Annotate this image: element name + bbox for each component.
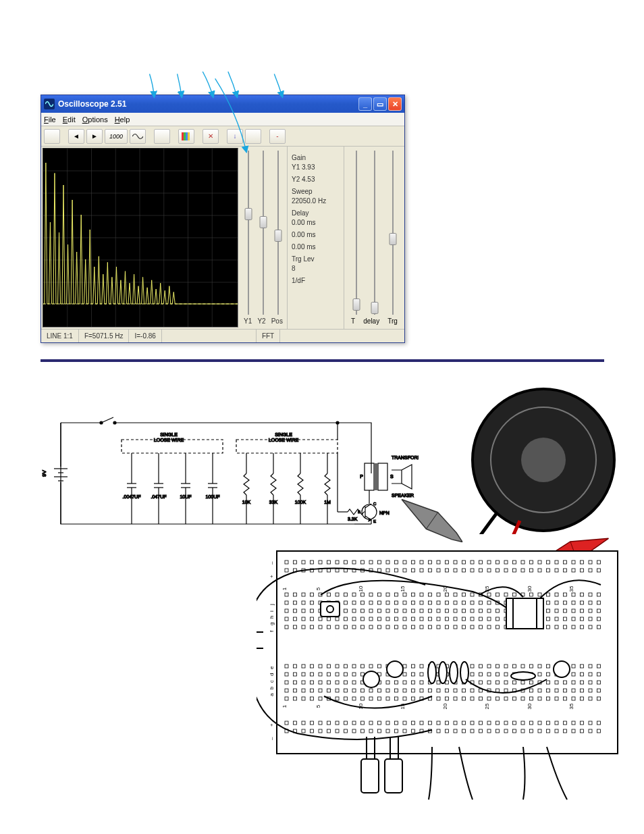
svg-text:15: 15 (400, 585, 406, 592)
svg-point-666 (387, 661, 403, 677)
svg-text:20: 20 (442, 703, 448, 709)
readings-panel: Gain Y1 3.93 Y2 4.53 Sweep 22050.0 Hz De… (287, 147, 344, 329)
svg-text:d: d (269, 673, 275, 676)
slider-trg[interactable] (387, 151, 399, 315)
maximize-button[interactable]: ▭ (373, 97, 387, 111)
status-mode: FFT (257, 330, 280, 342)
svg-text:25: 25 (484, 703, 490, 709)
slider-label-delay: delay (363, 317, 379, 325)
svg-text:100UF: 100UF (205, 494, 219, 499)
svg-text:.047UF: .047UF (151, 494, 167, 499)
circuit-illustration: 9V SINGLE LOOSE WIRE SINGLE LOOSE WIRE .… (41, 375, 604, 828)
svg-text:1: 1 (281, 704, 288, 708)
gain-sliders: Y1 Y2 Pos (240, 147, 287, 329)
trg-label: Trg Lev (292, 255, 340, 264)
minimize-button[interactable]: _ (358, 97, 372, 111)
delay-label: Delay (292, 209, 340, 218)
menu-file[interactable]: File (44, 115, 56, 124)
close-button[interactable]: ✕ (388, 97, 402, 111)
svg-text:3.3K: 3.3K (348, 517, 358, 521)
titlebar: Oscilloscope 2.51 _ ▭ ✕ (41, 95, 404, 113)
svg-point-22 (113, 421, 116, 424)
slider-delay[interactable] (369, 151, 381, 315)
svg-text:30: 30 (527, 585, 533, 592)
svg-text:S: S (390, 474, 394, 479)
svg-rect-663 (321, 602, 340, 617)
slider-label-pos: Pos (271, 317, 283, 325)
section-divider (41, 359, 604, 362)
svg-rect-2 (186, 132, 188, 140)
svg-rect-1 (184, 132, 186, 140)
svg-rect-667 (361, 759, 379, 793)
tb-btn-blank-b[interactable] (245, 129, 261, 144)
tb-cross-icon[interactable]: ✕ (203, 129, 219, 144)
tb-btn-arrow-right[interactable]: ► (86, 129, 103, 144)
menu-options[interactable]: Options (82, 115, 108, 124)
svg-text:1: 1 (281, 587, 288, 590)
svg-point-20 (521, 438, 566, 482)
status-i: I=-0.86 (129, 330, 161, 342)
trg-value: 8 (292, 264, 340, 273)
sweep-label: Sweep (292, 187, 340, 197)
slider-pos[interactable] (272, 151, 284, 315)
tb-btn-1[interactable] (44, 129, 60, 144)
svg-text:SINGLE: SINGLE (160, 432, 178, 437)
speaker-icon (469, 386, 618, 534)
status-freq: F=5071.5 Hz (79, 330, 130, 342)
menu-edit[interactable]: Edit (63, 115, 76, 124)
tb-btn-dash[interactable]: - (269, 129, 286, 144)
svg-text:10: 10 (358, 703, 364, 709)
tb-btn-blank-a[interactable] (154, 129, 170, 144)
breadboard-illustration: – + j i h g f e d c b a + – 115510101515… (257, 544, 624, 801)
slider-y1[interactable] (242, 151, 254, 315)
svg-text:5: 5 (315, 587, 321, 590)
svg-rect-0 (182, 132, 184, 140)
gain-label: Gain (292, 153, 340, 163)
menu-help[interactable]: Help (115, 115, 130, 124)
svg-text:h: h (269, 616, 275, 619)
scope-display[interactable] (43, 148, 238, 328)
menubar: File Edit Options Help (41, 113, 404, 126)
delay-2: 0.00 ms (292, 230, 340, 240)
tb-sine-icon[interactable] (130, 129, 146, 144)
svg-text:+: + (269, 575, 275, 578)
tb-palette-icon[interactable] (178, 129, 194, 144)
svg-text:i: i (269, 610, 275, 612)
time-sliders: T delay Trg (344, 147, 404, 329)
svg-text:10K: 10K (242, 500, 251, 504)
svg-text:+: + (269, 723, 275, 727)
sweep-value: 22050.0 Hz (292, 197, 340, 206)
svg-text:10UF: 10UF (180, 494, 191, 499)
svg-text:j: j (269, 604, 275, 606)
svg-text:e: e (269, 666, 275, 669)
slider-y2[interactable] (257, 151, 269, 315)
svg-rect-678 (506, 598, 543, 629)
svg-text:a: a (269, 693, 275, 696)
svg-text:SPEAKER: SPEAKER (392, 493, 414, 498)
svg-text:1M: 1M (324, 500, 331, 504)
svg-text:SINGLE: SINGLE (275, 432, 292, 437)
svg-text:b: b (269, 686, 275, 689)
svg-rect-668 (385, 759, 402, 793)
slider-t[interactable] (350, 151, 363, 315)
slider-label-t: T (351, 317, 355, 325)
svg-text:30: 30 (527, 703, 533, 709)
svg-rect-71 (365, 463, 374, 490)
svg-text:.0047UF: .0047UF (123, 494, 141, 499)
delay-1: 0.00 ms (292, 218, 340, 228)
tb-btn-arrow-left[interactable]: ◄ (68, 129, 84, 144)
delay-3: 0.00 ms (292, 242, 340, 252)
slider-label-y2: Y2 (257, 317, 265, 325)
svg-text:35: 35 (568, 703, 574, 709)
svg-text:–: – (269, 561, 275, 565)
svg-text:9V: 9V (41, 470, 47, 477)
tb-btn-1000[interactable]: 1000 (105, 129, 128, 144)
status-line: LINE 1:1 (41, 330, 79, 342)
tb-down-icon[interactable]: ↓ (227, 129, 243, 144)
svg-text:P: P (360, 474, 363, 479)
inv-df: 1/dF (292, 276, 340, 286)
slider-label-trg: Trg (387, 317, 398, 325)
svg-text:f: f (269, 630, 275, 632)
svg-text:5: 5 (315, 704, 321, 708)
svg-text:LOOSE WIRE: LOOSE WIRE (154, 438, 184, 442)
